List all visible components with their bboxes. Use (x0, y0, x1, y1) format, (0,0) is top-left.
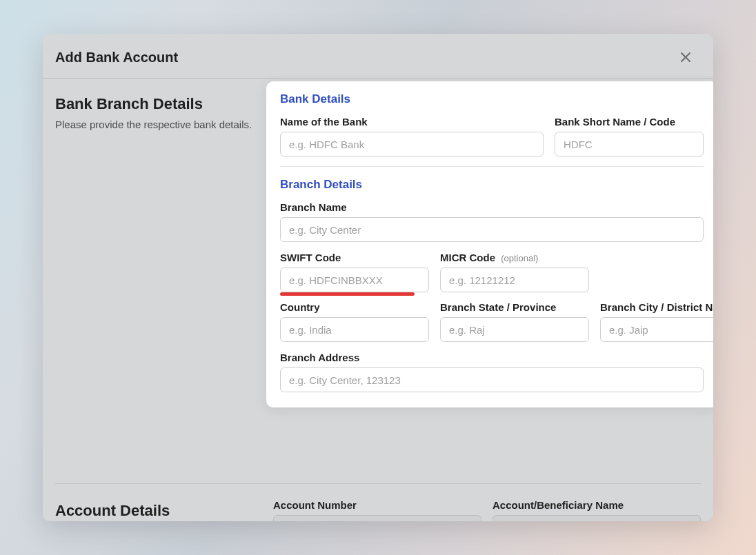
branch-name-field: Branch Name (280, 201, 704, 242)
branch-name-label: Branch Name (280, 201, 704, 213)
account-number-input[interactable] (273, 515, 481, 521)
micr-field: MICR Code (optional) (440, 252, 589, 292)
card-divider (280, 166, 704, 167)
account-number-field: Account Number (273, 499, 481, 521)
account-right: Account Number Account/Beneficiary Name (273, 499, 701, 521)
state-input[interactable] (440, 317, 589, 342)
account-section: Account Details Please provide your bank… (43, 484, 713, 521)
bank-name-field: Name of the Bank (280, 116, 544, 157)
account-title: Account Details (55, 502, 273, 520)
beneficiary-label: Account/Beneficiary Name (493, 499, 701, 511)
close-button[interactable] (677, 49, 694, 65)
swift-label: SWIFT Code (280, 252, 429, 263)
micr-optional: (optional) (501, 253, 538, 263)
modal-body: Bank Branch Details Please provide the r… (43, 79, 713, 521)
beneficiary-input[interactable] (493, 515, 701, 521)
bank-details-card: Bank Details Name of the Bank Bank Short… (266, 81, 713, 407)
country-input[interactable] (280, 317, 429, 342)
micr-label-text: MICR Code (440, 252, 495, 263)
micr-input[interactable] (440, 268, 589, 292)
add-bank-account-modal: Add Bank Account Bank Branch Details Ple… (43, 34, 713, 521)
branch-name-input[interactable] (280, 217, 704, 242)
bank-branch-title: Bank Branch Details (55, 95, 273, 113)
branch-address-label: Branch Address (280, 352, 704, 363)
modal-title: Add Bank Account (55, 50, 178, 65)
bank-branch-desc: Please provide the respective bank detai… (55, 117, 273, 132)
bank-code-label: Bank Short Name / Code (555, 116, 704, 128)
swift-error-indicator (280, 292, 415, 296)
city-label: Branch City / District Name (600, 301, 713, 313)
state-label: Branch State / Province (440, 301, 589, 313)
branch-details-heading: Branch Details (280, 178, 704, 192)
bank-name-input[interactable] (280, 132, 544, 157)
account-number-label: Account Number (273, 499, 481, 511)
bank-details-heading: Bank Details (280, 92, 704, 106)
modal-header: Add Bank Account (43, 34, 713, 79)
bank-name-label: Name of the Bank (280, 116, 544, 128)
micr-label: MICR Code (optional) (440, 252, 589, 263)
country-label: Country (280, 301, 429, 313)
city-field: Branch City / District Name (600, 301, 713, 342)
close-icon (680, 52, 691, 63)
branch-address-field: Branch Address (280, 352, 704, 392)
beneficiary-field: Account/Beneficiary Name (493, 499, 701, 521)
account-left: Account Details Please provide your bank… (55, 499, 273, 521)
bank-code-field: Bank Short Name / Code (555, 116, 704, 157)
branch-address-input[interactable] (280, 367, 704, 392)
swift-input[interactable] (280, 268, 429, 292)
country-field: Country (280, 301, 429, 342)
state-field: Branch State / Province (440, 301, 589, 342)
bank-code-input[interactable] (555, 132, 704, 157)
city-input[interactable] (600, 317, 713, 342)
swift-field: SWIFT Code (280, 252, 429, 292)
bank-branch-left: Bank Branch Details Please provide the r… (55, 92, 273, 132)
